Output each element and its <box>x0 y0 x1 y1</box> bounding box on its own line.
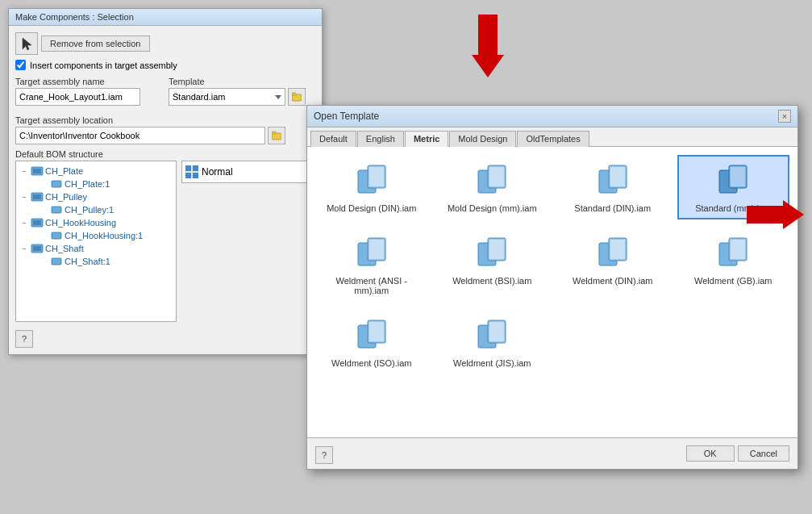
tree-item-ch-plate-1[interactable]: CH_Plate:1 <box>19 178 173 190</box>
bom-label: Default BOM structure <box>15 149 315 159</box>
file-item-standard-mm[interactable]: Standard (mm).iam <box>677 155 790 219</box>
tab-mold-design[interactable]: Mold Design <box>449 131 516 147</box>
file-grid: Mold Design (DIN).iam Mold Design (mm).i… <box>307 147 797 437</box>
red-arrow-down <box>472 15 504 77</box>
ch-hookhousing-label: CH_HookHousing <box>45 218 116 228</box>
expand-ch-plate-1 <box>39 179 48 189</box>
file-item-mold-design-mm[interactable]: Mold Design (mm).iam <box>436 155 549 219</box>
file-icon-weldment-jis <box>473 316 511 355</box>
file-icon-weldment-bsi <box>473 234 511 273</box>
ch-plate-1-label: CH_Plate:1 <box>65 179 110 189</box>
tree-item-ch-hookhousing[interactable]: − CH_HookHousing <box>19 216 173 229</box>
file-item-weldment-ansi-mm[interactable]: Weldment (ANSI - mm).iam <box>315 228 428 302</box>
insert-label: Insert components in target assembly <box>30 61 177 70</box>
file-item-mold-design-din[interactable]: Mold Design (DIN).iam <box>315 155 428 219</box>
ch-hookhousing-1-label: CH_HookHousing:1 <box>65 231 143 240</box>
tab-default[interactable]: Default <box>310 131 356 147</box>
file-item-weldment-bsi[interactable]: Weldment (BSI).iam <box>436 228 549 302</box>
ch-shaft-label: CH_Shaft <box>45 244 84 253</box>
file-icon-mold-design-din <box>352 161 391 200</box>
svg-rect-3 <box>272 132 276 134</box>
file-icon-weldment-din <box>593 234 632 273</box>
make-components-dialog: Make Components : Selection Remove from … <box>8 8 323 355</box>
file-item-weldment-gb[interactable]: Weldment (GB).iam <box>677 228 790 302</box>
file-icon-standard-din <box>593 161 632 200</box>
file-label-weldment-din: Weldment (DIN).iam <box>573 276 652 286</box>
file-label-weldment-ansi-mm: Weldment (ANSI - mm).iam <box>320 276 423 295</box>
tree-item-ch-pulley-1[interactable]: CH_Pulley:1 <box>19 203 173 216</box>
file-icon-standard-mm <box>714 161 752 200</box>
ch-hookhousing-icon <box>31 217 44 228</box>
bom-icon <box>185 165 198 178</box>
tab-english[interactable]: English <box>357 131 404 147</box>
svg-rect-20 <box>193 173 198 178</box>
bom-row[interactable]: Normal <box>182 163 314 181</box>
expand-ch-pulley-1 <box>39 205 48 215</box>
tab-bar: Default English Metric Mold Design OldTe… <box>307 127 797 147</box>
bom-value: Normal <box>202 166 233 178</box>
svg-rect-29 <box>610 167 625 186</box>
cancel-button[interactable]: Cancel <box>738 445 789 462</box>
tab-metric[interactable]: Metric <box>405 131 448 147</box>
svg-rect-38 <box>489 240 504 259</box>
svg-rect-11 <box>33 220 41 225</box>
template-folder-btn[interactable] <box>288 88 306 106</box>
file-icon-mold-design-mm <box>473 161 511 200</box>
open-template-title: Open Template <box>314 111 379 122</box>
file-label-mold-design-mm: Mold Design (mm).iam <box>448 203 537 213</box>
target-location-input[interactable] <box>15 127 265 144</box>
svg-rect-15 <box>52 258 61 265</box>
open-template-close-btn[interactable]: × <box>778 110 791 123</box>
insert-checkbox[interactable] <box>15 60 26 70</box>
expand-ch-pulley[interactable]: − <box>19 192 29 202</box>
template-label: Template <box>169 77 315 86</box>
expand-ch-hookhousing[interactable]: − <box>19 218 29 228</box>
ok-button[interactable]: OK <box>686 445 735 462</box>
ch-plate-1-icon <box>50 178 63 190</box>
svg-rect-8 <box>33 194 41 199</box>
expand-ch-plate[interactable]: − <box>19 166 29 176</box>
make-components-title: Make Components : Selection <box>15 12 134 22</box>
insert-checkbox-row: Insert components in target assembly <box>15 60 315 70</box>
svg-rect-19 <box>185 173 191 178</box>
ch-pulley-1-label: CH_Pulley:1 <box>65 205 114 215</box>
tree-item-ch-shaft-1[interactable]: CH_Shaft:1 <box>19 255 173 268</box>
open-template-footer: ? OK Cancel <box>307 437 797 469</box>
tab-old-templates[interactable]: OldTemplates <box>517 131 589 147</box>
open-template-help-btn[interactable]: ? <box>315 446 333 464</box>
cursor-tool-btn[interactable] <box>15 32 38 55</box>
expand-ch-shaft[interactable]: − <box>19 244 29 253</box>
svg-rect-35 <box>369 240 384 259</box>
expand-ch-hookhousing-1 <box>39 231 48 240</box>
file-label-standard-din: Standard (DIN).iam <box>574 203 651 213</box>
file-item-weldment-jis[interactable]: Weldment (JIS).iam <box>436 310 549 374</box>
tree-item-ch-shaft[interactable]: − CH_Shaft <box>19 242 173 255</box>
file-item-weldment-iso[interactable]: Weldment (ISO).iam <box>315 310 428 374</box>
ch-hookhousing-1-icon <box>50 230 63 241</box>
make-components-help-btn[interactable]: ? <box>15 330 33 348</box>
svg-rect-47 <box>369 322 384 341</box>
tree-item-ch-plate[interactable]: − CH_Plate <box>19 165 173 178</box>
arrow-down-shaft <box>478 15 498 55</box>
svg-rect-9 <box>52 207 61 213</box>
svg-rect-1 <box>292 93 296 95</box>
target-location-label: Target assembly location <box>15 115 315 125</box>
svg-rect-32 <box>731 167 745 186</box>
target-assembly-input[interactable] <box>15 88 140 106</box>
svg-rect-18 <box>193 165 198 171</box>
svg-rect-6 <box>52 181 61 187</box>
file-item-standard-din[interactable]: Standard (DIN).iam <box>556 155 669 219</box>
file-label-weldment-bsi: Weldment (BSI).iam <box>452 276 531 286</box>
file-item-weldment-din[interactable]: Weldment (DIN).iam <box>556 228 669 302</box>
tree-item-ch-pulley[interactable]: − CH_Pulley <box>19 190 173 203</box>
svg-rect-12 <box>52 232 61 239</box>
ch-pulley-icon <box>31 191 44 203</box>
target-assembly-label: Target assembly name <box>15 77 162 86</box>
arrow-down-head <box>472 55 504 77</box>
file-label-mold-design-din: Mold Design (DIN).iam <box>327 203 416 213</box>
svg-rect-44 <box>731 240 745 259</box>
tree-item-ch-hookhousing-1[interactable]: CH_HookHousing:1 <box>19 229 173 242</box>
location-folder-btn[interactable] <box>268 127 285 144</box>
remove-from-selection-button[interactable]: Remove from selection <box>41 36 150 52</box>
template-select[interactable]: Standard.iam <box>169 88 285 106</box>
